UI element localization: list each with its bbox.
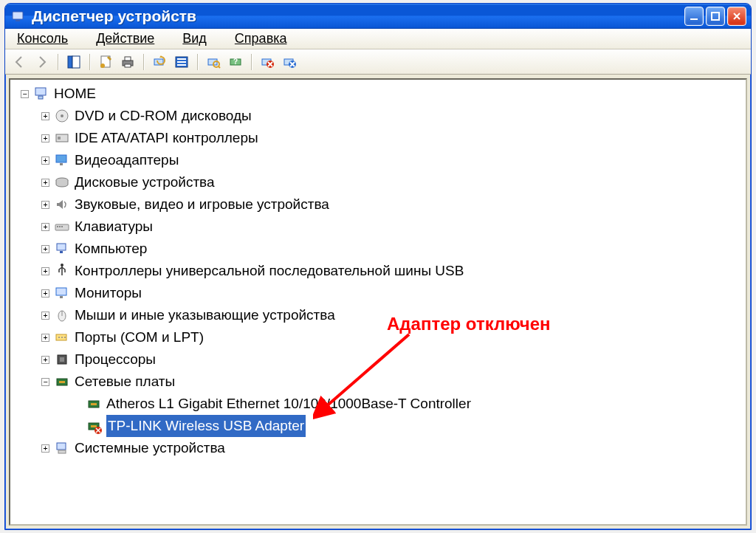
device-tree[interactable]: − HOME +DVD и CD-ROM дисководы+IDE ATA/A… <box>9 78 747 526</box>
tree-item-label: DVD и CD-ROM дисководы <box>75 105 252 127</box>
help-tool-button[interactable]: ? <box>227 53 244 71</box>
menu-action[interactable]: Действие <box>90 30 160 48</box>
expand-icon[interactable]: + <box>41 134 49 142</box>
svg-rect-15 <box>177 64 186 66</box>
system-icon <box>54 440 70 456</box>
details-button[interactable] <box>173 53 190 71</box>
expand-icon[interactable]: + <box>41 201 49 209</box>
svg-rect-10 <box>125 64 131 67</box>
usb-icon <box>54 263 70 279</box>
expand-icon[interactable]: + <box>41 223 49 231</box>
toolbar-separator <box>58 54 58 70</box>
svg-point-46 <box>61 337 63 338</box>
svg-rect-36 <box>61 226 63 227</box>
tree-category-node[interactable]: +Мониторы <box>13 282 746 304</box>
tree-category-node[interactable]: +Компьютер <box>13 238 746 260</box>
menu-label: Действие <box>96 31 154 46</box>
uninstall-button[interactable] <box>281 53 298 71</box>
tree-category-node[interactable]: +Контроллеры универсальной последователь… <box>13 260 746 282</box>
svg-point-39 <box>61 264 63 266</box>
svg-rect-53 <box>91 403 97 405</box>
svg-rect-5 <box>72 56 80 68</box>
svg-rect-14 <box>177 61 186 63</box>
tree-category-node[interactable]: +Системные устройства <box>13 437 746 459</box>
menu-label: Консоль <box>17 31 68 46</box>
expand-icon[interactable]: + <box>41 267 49 275</box>
expand-icon[interactable]: + <box>41 312 49 320</box>
svg-rect-34 <box>57 226 58 227</box>
nav-fwd-button <box>33 53 51 71</box>
expand-icon[interactable]: + <box>41 179 49 187</box>
window-buttons <box>684 7 746 26</box>
expand-icon[interactable]: + <box>41 356 49 364</box>
expand-icon[interactable]: + <box>41 444 49 453</box>
svg-rect-9 <box>125 57 131 61</box>
scan-hardware-button[interactable] <box>205 53 222 71</box>
expand-icon[interactable]: + <box>41 245 49 253</box>
disable-button[interactable] <box>258 53 276 71</box>
tree-root-node[interactable]: − HOME <box>13 83 746 105</box>
svg-rect-29 <box>58 137 61 140</box>
tree-category-node[interactable]: −Сетевые платы <box>13 371 746 393</box>
tree-item-label: Дисковые устройства <box>75 171 215 193</box>
expand-icon[interactable]: + <box>41 112 49 120</box>
tree-category-node[interactable]: +Видеоадаптеры <box>13 149 746 171</box>
tree-item-label: Сетевые платы <box>75 371 175 393</box>
menu-console[interactable]: Консоль <box>11 30 74 48</box>
system-icon <box>11 9 26 24</box>
toolbar-separator <box>89 54 90 70</box>
tree-category-node[interactable]: +DVD и CD-ROM дисководы <box>13 105 746 127</box>
tree-device-node[interactable]: Atheros L1 Gigabit Ethernet 10/100/1000B… <box>13 393 746 415</box>
tree-category-node[interactable]: +Клавиатуры <box>13 216 746 238</box>
tree-item-label: TP-LINK Wireless USB Adapter <box>106 415 306 437</box>
tree-item-label: Компьютер <box>75 238 147 260</box>
tree-category-node[interactable]: +Дисковые устройства <box>13 171 746 193</box>
tree-item-label: Видеоадаптеры <box>75 149 179 171</box>
svg-rect-25 <box>38 96 43 99</box>
expand-icon[interactable]: + <box>41 289 49 298</box>
menu-label: Справка <box>235 31 287 46</box>
collapse-icon[interactable]: − <box>21 90 29 98</box>
maximize-button[interactable] <box>706 7 725 26</box>
tree-item-label: Контроллеры универсальной последовательн… <box>75 260 464 282</box>
expand-icon[interactable]: + <box>41 334 49 342</box>
tree-item-label: Мониторы <box>75 282 142 304</box>
svg-point-27 <box>61 114 63 117</box>
tree-device-node[interactable]: TP-LINK Wireless USB Adapter <box>13 415 746 437</box>
nav-back-button <box>11 53 29 71</box>
properties-button[interactable] <box>97 53 114 71</box>
tree-category-node[interactable]: +Процессоры <box>13 348 746 371</box>
tree-category-node[interactable]: +IDE ATA/ATAPI контроллеры <box>13 127 746 149</box>
monitor-icon <box>54 285 70 301</box>
tree-item-label: IDE ATA/ATAPI контроллеры <box>75 127 258 149</box>
tree-category-node[interactable]: +Звуковые, видео и игровые устройства <box>13 193 746 216</box>
svg-rect-13 <box>177 58 186 60</box>
svg-rect-38 <box>60 251 63 253</box>
close-button[interactable] <box>727 7 746 26</box>
print-button[interactable] <box>119 53 137 71</box>
svg-text:?: ? <box>233 58 238 66</box>
menu-view[interactable]: Вид <box>176 30 213 48</box>
svg-rect-37 <box>57 244 66 250</box>
menu-help[interactable]: Справка <box>229 30 293 48</box>
tree-item-label: Системные устройства <box>75 437 225 459</box>
expand-icon[interactable]: + <box>41 157 49 165</box>
svg-rect-40 <box>56 288 66 295</box>
tree-item-label: Порты (COM и LPT) <box>75 326 204 348</box>
tree-category-node[interactable]: +Порты (COM и LPT) <box>13 326 746 348</box>
refresh-button[interactable] <box>151 53 168 71</box>
svg-rect-58 <box>58 450 66 453</box>
collapse-icon[interactable]: − <box>41 378 49 386</box>
svg-point-45 <box>58 337 60 338</box>
svg-rect-35 <box>59 226 61 227</box>
network-adapter-icon <box>86 396 102 412</box>
svg-rect-3 <box>712 13 719 20</box>
disc-icon <box>54 108 70 124</box>
tree-item-label: Atheros L1 Gigabit Ethernet 10/100/1000B… <box>106 393 471 415</box>
window: Диспетчер устройств Консоль Действие Вид… <box>4 3 752 530</box>
show-tree-button[interactable] <box>65 53 83 71</box>
minimize-button[interactable] <box>684 7 704 26</box>
svg-point-7 <box>100 63 105 68</box>
svg-rect-4 <box>68 56 72 68</box>
tree-category-node[interactable]: +Мыши и иные указывающие устройства <box>13 304 746 326</box>
